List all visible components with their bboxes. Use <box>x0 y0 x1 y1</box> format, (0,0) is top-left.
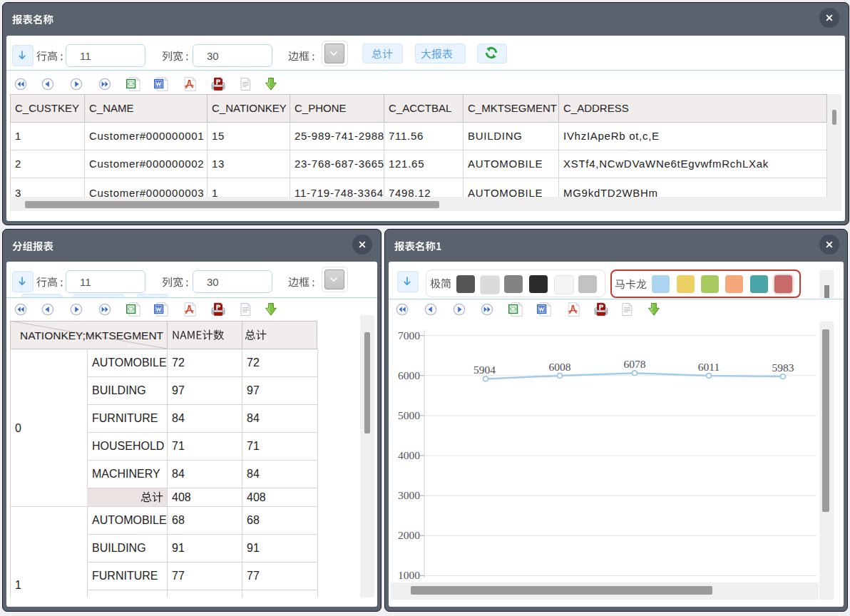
svg-text:2000: 2000 <box>398 529 420 541</box>
svg-text:6011: 6011 <box>698 361 720 373</box>
svg-text:6000: 6000 <box>398 369 420 381</box>
svg-text:3000: 3000 <box>398 489 420 501</box>
svg-text:5000: 5000 <box>398 409 420 421</box>
svg-text:4000: 4000 <box>398 449 420 461</box>
svg-text:7000: 7000 <box>398 329 420 342</box>
svg-text:5983: 5983 <box>772 361 794 374</box>
svg-text:6008: 6008 <box>549 361 571 373</box>
svg-text:6078: 6078 <box>624 358 646 370</box>
svg-text:5904: 5904 <box>473 364 496 376</box>
svg-text:1000: 1000 <box>398 569 420 581</box>
